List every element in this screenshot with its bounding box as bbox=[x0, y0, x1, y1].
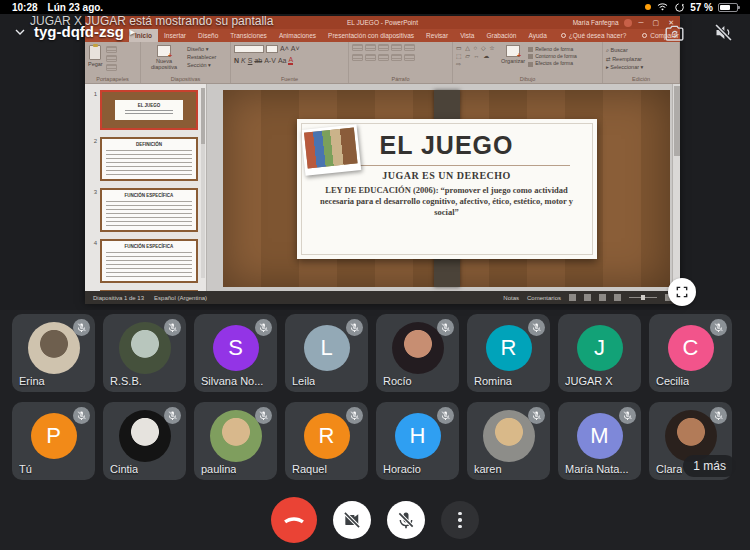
ppt-tab-grabaci-n[interactable]: Grabación bbox=[480, 29, 522, 42]
paragraph-group: Párrafo bbox=[349, 42, 453, 83]
slide-thumbnail-3[interactable]: 3FUNCIÓN ESPECÍFICA bbox=[89, 188, 198, 232]
align-left-icon[interactable] bbox=[352, 54, 363, 61]
columns-icon[interactable] bbox=[404, 54, 415, 61]
change-case-icon[interactable]: Aa bbox=[278, 56, 287, 65]
participant-tile-cintia[interactable]: Cintia bbox=[103, 402, 186, 480]
participant-tile-jugar-x[interactable]: JJUGAR X bbox=[558, 314, 641, 392]
restore-button[interactable]: ▢ bbox=[651, 19, 662, 27]
speaker-off-icon[interactable] bbox=[713, 22, 734, 43]
ppt-tab-transiciones[interactable]: Transiciones bbox=[224, 29, 273, 42]
participant-tile-paulina[interactable]: paulina bbox=[194, 402, 277, 480]
shape-effects-button[interactable]: Efectos de forma bbox=[528, 60, 577, 66]
slide-thumbnail-4[interactable]: 4FUNCIÓN ESPECÍFICA bbox=[89, 239, 198, 283]
font-color-button[interactable]: A bbox=[288, 56, 293, 65]
slide-sorter-icon[interactable] bbox=[584, 294, 591, 301]
slide-thumbnail-2[interactable]: 2DEFINICIÓN bbox=[89, 137, 198, 181]
italic-button[interactable]: K bbox=[241, 56, 246, 65]
participant-tile-karen[interactable]: karen bbox=[467, 402, 550, 480]
tell-me-search[interactable]: ¿Qué desea hacer? bbox=[553, 29, 634, 42]
canvas-scrollbar[interactable] bbox=[672, 84, 680, 291]
ppt-tab-presentaci-n-con-diapositivas[interactable]: Presentación con diapositivas bbox=[322, 29, 420, 42]
bullets-icon[interactable] bbox=[352, 44, 363, 51]
participant-tile-horacio[interactable]: HHoracio bbox=[376, 402, 459, 480]
layout-button[interactable]: Diseño ▾ bbox=[187, 46, 216, 52]
participant-tile-rocío[interactable]: Rocío bbox=[376, 314, 459, 392]
strikethrough-button[interactable]: ab bbox=[254, 56, 262, 65]
language-indicator[interactable]: Español (Argentina) bbox=[154, 295, 207, 301]
participant-tile-clara[interactable]: Clara1 más bbox=[649, 402, 732, 480]
participant-name: Erina bbox=[19, 375, 45, 387]
photo-avatar bbox=[210, 410, 262, 462]
participant-tile-erina[interactable]: Erina bbox=[12, 314, 95, 392]
find-button[interactable]: ⌕ Buscar bbox=[606, 47, 643, 54]
align-center-icon[interactable] bbox=[365, 54, 376, 61]
zoom-slider[interactable] bbox=[629, 297, 657, 298]
numbering-icon[interactable] bbox=[365, 44, 376, 51]
ppt-tab-vista[interactable]: Vista bbox=[454, 29, 480, 42]
ppt-tab-insertar[interactable]: Insertar bbox=[158, 29, 192, 42]
replace-button[interactable]: ⇄ Reemplazar bbox=[606, 56, 643, 62]
font-size-box[interactable] bbox=[266, 45, 278, 53]
participant-tile-leila[interactable]: LLeila bbox=[285, 314, 368, 392]
align-right-icon[interactable] bbox=[378, 54, 389, 61]
more-options-button[interactable] bbox=[441, 501, 479, 539]
shapes-gallery[interactable]: ▭ △ ○ ◇ ☆⬚ ▱ ↔ ☁ ⇨ bbox=[456, 44, 498, 68]
shrink-font-icon[interactable]: A˅ bbox=[291, 44, 300, 53]
ppt-status-bar: Diapositiva 1 de 13 Español (Argentina) … bbox=[85, 291, 680, 304]
comments-button[interactable]: Comentarios bbox=[527, 295, 561, 301]
underline-button[interactable]: S bbox=[248, 56, 253, 65]
character-spacing-icon[interactable]: A-V bbox=[264, 56, 276, 65]
expand-presentation-button[interactable] bbox=[668, 278, 696, 306]
decrease-indent-icon[interactable] bbox=[378, 44, 389, 51]
switch-camera-icon[interactable] bbox=[664, 22, 685, 43]
select-button[interactable]: ▸ Seleccionar ▾ bbox=[606, 64, 643, 70]
thumbnail-number: 1 bbox=[89, 90, 97, 130]
slide-thumbnail-5[interactable]: 5FUNCIÓN ESPECÍFICA bbox=[89, 290, 198, 291]
camera-toggle-button[interactable] bbox=[333, 501, 371, 539]
slide-card[interactable]: EL JUEGO JUGAR ES UN DERECHO LEY DE EDUC… bbox=[297, 119, 597, 259]
minimize-button[interactable]: ─ bbox=[637, 19, 646, 26]
meeting-code-row[interactable]: tyg-dqfd-zsg ▸ bbox=[12, 23, 135, 40]
paste-button[interactable]: Pegar bbox=[88, 44, 103, 67]
shape-fill-button[interactable]: Relleno de forma bbox=[528, 46, 577, 52]
participant-tile-maría-nata-[interactable]: MMaría Nata... bbox=[558, 402, 641, 480]
arrange-button[interactable]: Organizar bbox=[501, 44, 525, 64]
line-spacing-icon[interactable] bbox=[404, 44, 415, 51]
mic-toggle-button[interactable] bbox=[387, 501, 425, 539]
format-painter-icon[interactable] bbox=[106, 64, 117, 71]
ppt-tab-ayuda[interactable]: Ayuda bbox=[522, 29, 552, 42]
mic-muted-icon bbox=[528, 407, 545, 424]
participant-tile-raquel[interactable]: RRaquel bbox=[285, 402, 368, 480]
grow-font-icon[interactable]: A˄ bbox=[280, 44, 289, 53]
bold-button[interactable]: N bbox=[234, 56, 239, 65]
notes-button[interactable]: Notas bbox=[503, 295, 519, 301]
new-slide-button[interactable]: Nueva diapositiva bbox=[144, 44, 184, 70]
copy-icon[interactable] bbox=[106, 55, 117, 62]
reset-button[interactable]: Restablecer bbox=[187, 54, 216, 60]
presentation-stage: EL JUEGO - PowerPoint María Fanfegna ─ ▢… bbox=[0, 14, 750, 310]
participant-tile-r-s-b-[interactable]: R.S.B. bbox=[103, 314, 186, 392]
normal-view-icon[interactable] bbox=[569, 294, 576, 301]
participant-tile-tú[interactable]: PTú bbox=[12, 402, 95, 480]
font-name-box[interactable] bbox=[234, 45, 264, 53]
overflow-count-badge[interactable]: 1 más bbox=[683, 455, 736, 477]
letter-avatar: C bbox=[668, 325, 714, 371]
hang-up-button[interactable] bbox=[271, 497, 317, 543]
battery-percent: 57 % bbox=[690, 2, 713, 13]
shape-outline-button[interactable]: Contorno de forma bbox=[528, 53, 577, 59]
justify-icon[interactable] bbox=[391, 54, 402, 61]
increase-indent-icon[interactable] bbox=[391, 44, 402, 51]
ppt-tab-dise-o[interactable]: Diseño bbox=[192, 29, 224, 42]
slide-thumbnail-1[interactable]: 1EL JUEGO bbox=[89, 90, 198, 130]
thumbnail-scrollbar[interactable] bbox=[201, 88, 205, 278]
slideshow-icon[interactable] bbox=[614, 294, 621, 301]
ppt-tab-animaciones[interactable]: Animaciones bbox=[273, 29, 322, 42]
cut-icon[interactable] bbox=[106, 46, 117, 53]
ppt-tab-revisar[interactable]: Revisar bbox=[420, 29, 454, 42]
section-button[interactable]: Sección ▾ bbox=[187, 62, 216, 68]
participant-tile-silvana-no-[interactable]: SSilvana No... bbox=[194, 314, 277, 392]
participant-tile-cecilia[interactable]: CCecilia bbox=[649, 314, 732, 392]
participant-tile-romina[interactable]: RRomina bbox=[467, 314, 550, 392]
reading-view-icon[interactable] bbox=[599, 294, 606, 301]
wifi-icon bbox=[656, 2, 669, 12]
